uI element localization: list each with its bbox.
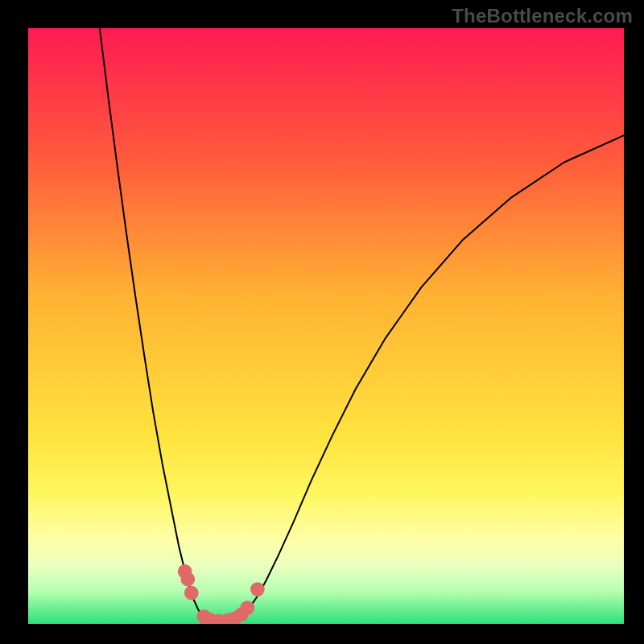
plot-area: [28, 28, 624, 624]
chart-svg: [28, 28, 624, 624]
marker-point: [250, 582, 265, 597]
watermark-text: TheBottleneck.com: [452, 5, 633, 27]
marker-point: [180, 572, 195, 587]
chart-frame: TheBottleneck.com: [0, 0, 644, 644]
marker-point: [240, 601, 254, 615]
chart-background: [28, 28, 624, 624]
marker-point: [184, 586, 199, 601]
